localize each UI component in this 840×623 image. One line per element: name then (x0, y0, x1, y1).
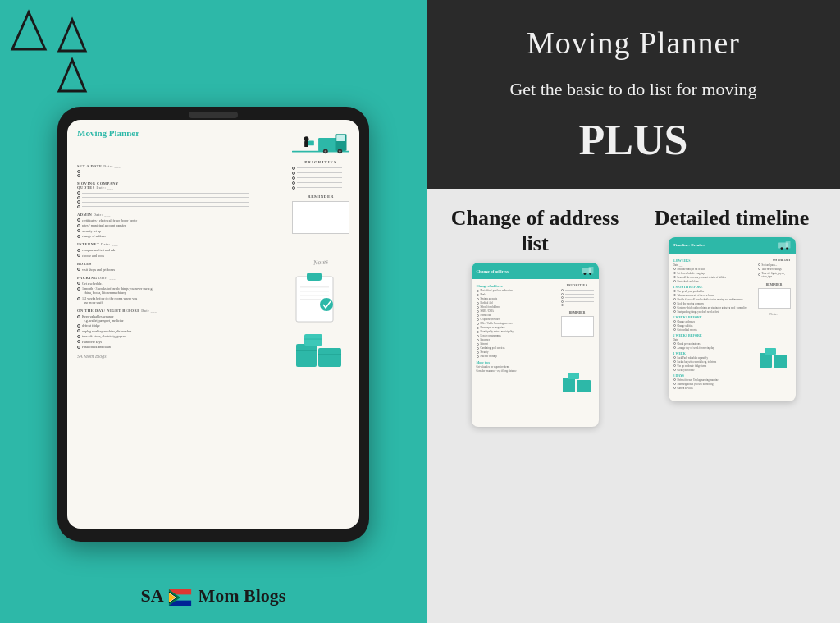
feature-detailed-timeline: Detailed timeline Timeline: Detailed 6-8… (640, 205, 824, 401)
mini-planner-header-2: Timeline: Detailed (669, 237, 796, 254)
planner-title: Moving Planner (77, 128, 139, 138)
svg-marker-0 (12, 12, 45, 49)
section-set-a-date: SET A DATE Date: ___ (77, 164, 285, 168)
reminder-box: REMINDER (292, 195, 349, 234)
svg-rect-23 (318, 348, 341, 367)
svg-rect-39 (563, 378, 575, 392)
svg-marker-1 (59, 20, 85, 51)
brand-logo: SA Mom Blogs (141, 585, 286, 607)
mini-section-tips: More tips (477, 360, 558, 364)
brand-mom-blogs: Mom Blogs (198, 585, 285, 606)
svg-rect-13 (308, 140, 314, 145)
right-top-section: Moving Planner Get the basic to do list … (427, 0, 840, 189)
svg-rect-48 (765, 348, 776, 355)
main-title: Moving Planner (459, 25, 807, 61)
mini-section-2weeksbefore: 2 WEEKS BEFORE (673, 333, 755, 337)
mini-reminder-label-2: REMINDER (758, 283, 791, 286)
mini-boxes-1 (561, 369, 592, 394)
svg-point-37 (583, 273, 586, 275)
svg-rect-17 (300, 291, 329, 292)
svg-rect-15 (307, 273, 322, 281)
mini-truck-icon (573, 266, 594, 276)
mini-truck-icon-2 (770, 240, 791, 250)
tablet-notch (189, 112, 238, 118)
tablet-screen: Moving Planner (67, 120, 359, 529)
truck-icon (292, 128, 349, 157)
mini-notes-2: Notes (758, 312, 791, 316)
svg-point-11 (304, 136, 309, 141)
planner-header: Moving Planner (77, 128, 349, 157)
svg-rect-18 (300, 295, 329, 296)
planner-content: Moving Planner (67, 120, 359, 529)
planner-body: SET A DATE Date: ___ MOVING COMPANYQUOTE… (77, 160, 349, 369)
mini-reminder-label-1: REMINDER (561, 311, 594, 314)
mini-section-6weeks: 6-8 WEEKS (673, 259, 755, 263)
svg-rect-25 (304, 334, 322, 346)
subtitle: Get the basic to do list for moving (459, 77, 807, 103)
notes-label: Notes (292, 255, 350, 268)
feature-title-1: Change of address list (443, 205, 627, 256)
right-bottom-section: Change of address list Change of address… (427, 189, 840, 623)
reminder-label: REMINDER (292, 195, 349, 199)
mini-title-2: Timeline: Detailed (673, 243, 706, 247)
svg-rect-40 (577, 380, 591, 392)
right-panel: Moving Planner Get the basic to do list … (427, 0, 840, 623)
section-packing: PACKING Date: ___ (77, 276, 285, 280)
priorities-label: PRIORITIES (292, 160, 349, 164)
sa-flag-icon (169, 589, 192, 606)
triangle-2 (56, 16, 89, 53)
svg-rect-41 (568, 373, 579, 379)
svg-point-8 (325, 150, 326, 152)
svg-point-44 (780, 247, 783, 250)
clipboard-icon (292, 270, 337, 323)
svg-point-10 (339, 150, 340, 152)
svg-rect-43 (785, 241, 790, 249)
section-admin: ADMIN Date: ___ (77, 213, 285, 217)
planner-left-col: SET A DATE Date: ___ MOVING COMPANYQUOTE… (77, 160, 285, 369)
svg-rect-46 (760, 353, 772, 368)
section-moving-company: MOVING COMPANYQUOTES Date: ___ (77, 181, 285, 190)
decorative-triangles (8, 8, 89, 94)
svg-rect-21 (296, 344, 317, 367)
section-internet: INTERNET Date: ___ (77, 242, 285, 246)
mini-priorities-label-1: PRIORITIES (561, 284, 594, 287)
plus-text: PLUS (459, 116, 807, 164)
brand-watermark: SA Mom Blogs (77, 354, 285, 359)
on-the-day-label: ON THE DAY (758, 259, 791, 262)
mini-section-1week: 1 WEEK (673, 351, 755, 355)
mini-boxes-2 (758, 345, 789, 369)
svg-rect-36 (588, 267, 593, 274)
boxes-icon (292, 328, 345, 369)
svg-rect-19 (300, 299, 321, 300)
svg-rect-47 (774, 355, 788, 368)
section-boxes: BOXES (77, 262, 285, 266)
triangle-3 (56, 57, 89, 94)
mini-section-1month: 1 MONTH BEFORE (673, 285, 755, 289)
tablet-mockup: Moving Planner (57, 107, 369, 542)
svg-rect-6 (336, 135, 345, 141)
planner-right-col: PRIORITIES REMINDER Notes (292, 160, 349, 369)
mini-planner-header-1: Change of address: (472, 263, 599, 279)
mini-section-2weeks: 2 WEEKS BEFORE (673, 315, 755, 319)
brand-sa: SA (141, 585, 163, 606)
feature-title-2: Detailed timeline (655, 205, 809, 231)
svg-rect-16 (300, 286, 329, 288)
logo-area: SA Mom Blogs (141, 585, 286, 607)
svg-point-20 (320, 298, 333, 311)
mini-planner-address: Change of address: Change of address: Po… (472, 263, 599, 427)
svg-marker-2 (59, 60, 85, 91)
mini-section-3days: 3 DAYS (673, 373, 755, 378)
mini-title-1: Change of address: (477, 269, 510, 273)
section-on-the-day: ON THE DAY/ NIGHT BEFORE Date ___ (77, 309, 285, 313)
svg-point-38 (589, 273, 591, 275)
feature-change-of-address: Change of address list Change of address… (443, 205, 627, 427)
svg-rect-12 (304, 141, 308, 147)
triangle-1 (8, 8, 49, 53)
left-panel: Moving Planner (0, 0, 427, 623)
svg-point-45 (786, 247, 788, 250)
mini-planner-timeline: Timeline: Detailed 6-8 WEEKS Date: ___ D… (669, 237, 796, 401)
mini-section-address: Change of address: (477, 284, 558, 288)
